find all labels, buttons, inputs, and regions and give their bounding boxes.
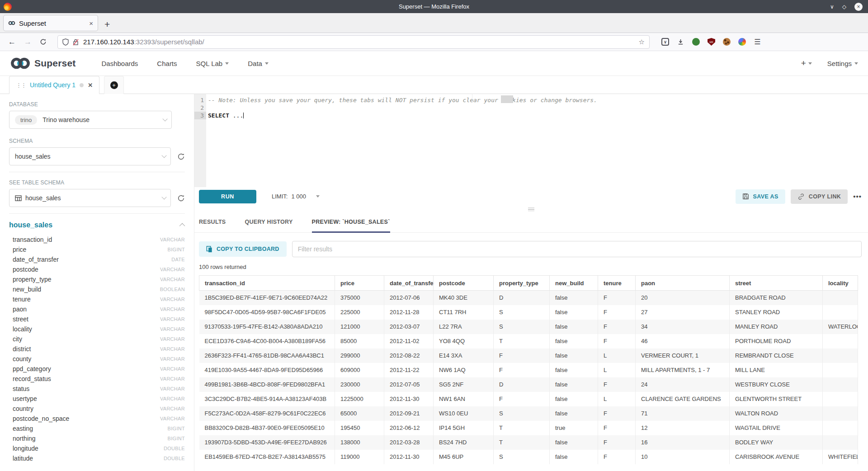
table-cell: 1225000 — [335, 392, 384, 406]
add-new-button[interactable]: + — [801, 58, 812, 68]
new-tab-button[interactable]: + — [104, 19, 110, 29]
run-button[interactable]: RUN — [199, 190, 256, 203]
results-header-price[interactable]: price — [335, 276, 384, 291]
bookmark-star-icon[interactable]: ☆ — [639, 38, 645, 46]
results-header-locality[interactable]: locality — [823, 276, 858, 291]
save-floppy-icon — [742, 193, 749, 200]
column-type: BIGINT — [168, 247, 185, 252]
window-minimize-icon[interactable]: ∨ — [830, 4, 834, 10]
schema-column-row: statusVARCHAR — [9, 384, 185, 394]
extension-pinwheel-icon[interactable] — [738, 38, 746, 46]
database-select[interactable]: trino Trino warehouse — [9, 111, 172, 129]
cookie-extension-icon[interactable] — [723, 38, 731, 46]
window-close-icon[interactable]: × — [854, 3, 863, 11]
save-as-button[interactable]: SAVE AS — [736, 189, 785, 204]
filter-results-input[interactable] — [292, 241, 862, 257]
table-cell: 24 — [636, 377, 730, 392]
table-row: EB1459EB-67ED-47C8-B2E7-A38143AB55751190… — [199, 450, 858, 464]
copy-link-button[interactable]: COPY LINK — [791, 189, 848, 204]
table-cell: T — [494, 435, 550, 450]
column-type: VARCHAR — [160, 366, 185, 372]
tab-results[interactable]: RESULTS — [199, 219, 226, 233]
pocket-icon[interactable]: ∨ — [661, 38, 669, 46]
table-select[interactable]: house_sales — [9, 189, 171, 207]
table-cell — [823, 435, 858, 450]
nav-item-data[interactable]: Data — [248, 60, 269, 67]
reload-button[interactable] — [40, 38, 47, 45]
table-schema-label: SEE TABLE SCHEMA — [9, 179, 185, 186]
query-tab-close-icon[interactable]: ✕ — [88, 82, 93, 89]
table-cell: WAGTAIL DRIVE — [730, 421, 823, 435]
tab-close-icon[interactable]: × — [89, 19, 93, 27]
lock-crossed-icon[interactable] — [73, 38, 79, 46]
table-cell: 121000 — [335, 320, 384, 334]
column-name: northing — [13, 435, 36, 442]
table-cell: 46 — [636, 334, 730, 349]
table-cell: 230000 — [335, 377, 384, 392]
superset-brand[interactable]: Superset — [10, 57, 75, 70]
table-cell: F — [494, 349, 550, 363]
schema-column-row: longitudeDOUBLE — [9, 443, 185, 453]
table-cell: BODLEY WAY — [730, 435, 823, 450]
menu-hamburger-icon[interactable]: ☰ — [754, 38, 761, 46]
column-type: VARCHAR — [160, 386, 185, 391]
drag-dots-icon[interactable]: ⋮⋮ — [16, 82, 26, 89]
collapse-chevron-icon[interactable] — [179, 223, 185, 229]
column-type: VARCHAR — [160, 316, 185, 322]
table-row: F5C273AC-0D2A-458F-8279-9C61F0C22EC66500… — [199, 406, 858, 421]
forward-button[interactable]: → — [24, 38, 32, 47]
results-header-property_type[interactable]: property_type — [494, 276, 550, 291]
column-name: price — [13, 246, 26, 253]
privacy-badger-icon[interactable] — [692, 38, 700, 46]
download-icon[interactable] — [677, 38, 684, 46]
ublock-icon[interactable]: uo — [708, 38, 715, 46]
nav-item-sql-lab[interactable]: SQL Lab — [196, 60, 229, 67]
limit-dropdown[interactable]: LIMIT: 1 000 — [272, 193, 320, 200]
results-header-postcode[interactable]: postcode — [434, 276, 494, 291]
column-name: record_status — [13, 375, 51, 382]
print-margin-line — [472, 94, 472, 102]
refresh-table-icon[interactable] — [177, 194, 185, 202]
sql-editor[interactable]: 1 2 3 -- Note: Unless you save your quer… — [194, 94, 868, 187]
shield-icon[interactable] — [62, 38, 69, 46]
browser-tab[interactable]: Superset × — [3, 15, 98, 31]
table-cell: false — [550, 377, 598, 392]
results-header-transaction_id[interactable]: transaction_id — [199, 276, 335, 291]
url-field[interactable]: 217.160.120.143:32393/superset/sqllab/ ☆ — [57, 35, 650, 49]
window-maximize-icon[interactable]: ◇ — [842, 4, 846, 10]
column-type: VARCHAR — [160, 406, 185, 411]
nav-item-dashboards[interactable]: Dashboards — [101, 60, 138, 67]
browser-tabstrip: Superset × + — [0, 13, 868, 33]
tab-query-history[interactable]: QUERY HISTORY — [245, 219, 293, 233]
table-cell: 193907D3-5DBD-453D-A49E-9FEE27DAB926 — [199, 435, 335, 450]
back-button[interactable]: ← — [8, 38, 16, 47]
add-query-tab[interactable]: + — [104, 76, 124, 94]
column-name: new_build — [13, 286, 41, 293]
query-tab[interactable]: ⋮⋮ Untitled Query 1 ✕ — [9, 76, 99, 94]
schema-column-row: latitudeDOUBLE — [9, 453, 185, 463]
link-icon — [797, 193, 805, 200]
pane-resize-handle[interactable] — [194, 206, 868, 213]
brand-name: Superset — [34, 58, 75, 69]
settings-menu[interactable]: Settings — [827, 60, 858, 67]
results-header-street[interactable]: street — [730, 276, 823, 291]
copy-to-clipboard-button[interactable]: COPY TO CLIPBOARD — [199, 241, 287, 257]
column-name: city — [13, 335, 22, 343]
more-menu-button[interactable]: ••• — [853, 193, 862, 200]
results-header-new_build[interactable]: new_build — [550, 276, 598, 291]
table-cell: ECE1D376-C9A6-4C00-B004-A380B189FA56 — [199, 334, 335, 349]
nav-item-charts[interactable]: Charts — [157, 60, 177, 67]
editor-scrollbar[interactable] — [501, 95, 513, 103]
schema-select[interactable]: house_sales — [9, 147, 171, 165]
schema-column-row: tenureVARCHAR — [9, 294, 185, 304]
schema-column-row: countryVARCHAR — [9, 404, 185, 414]
results-header-date_of_transfer[interactable]: date_of_transfer — [384, 276, 434, 291]
tab-preview[interactable]: PREVIEW: `HOUSE_SALES` — [312, 219, 390, 233]
column-type: VARCHAR — [160, 297, 185, 302]
schema-column-row: northingBIGINT — [9, 433, 185, 443]
results-header-tenure[interactable]: tenure — [598, 276, 636, 291]
refresh-schema-icon[interactable] — [177, 153, 185, 160]
table-cell: GLENTWORTH STREET — [730, 392, 823, 406]
column-name: date_of_transfer — [13, 256, 59, 263]
results-header-paon[interactable]: paon — [636, 276, 730, 291]
